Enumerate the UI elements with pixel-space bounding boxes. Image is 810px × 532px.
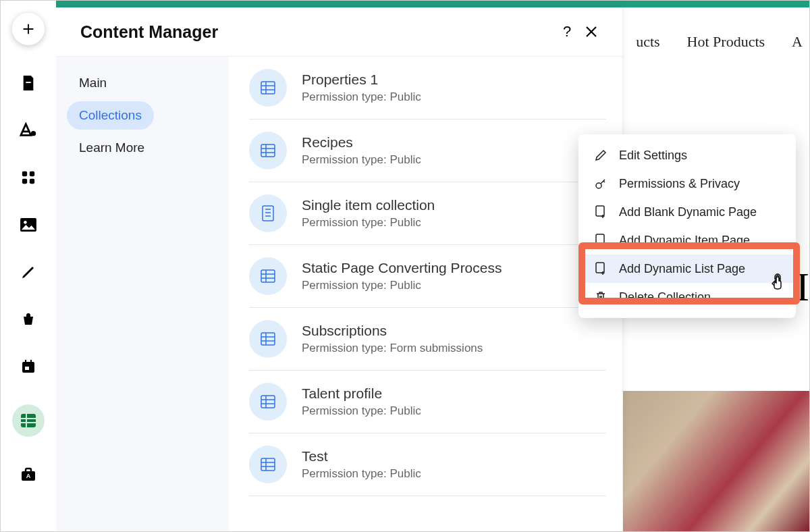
collection-row[interactable]: Recipes Permission type: Public ⋯	[249, 119, 606, 182]
media-icon[interactable]	[19, 215, 38, 234]
collection-row[interactable]: Test Permission type: Public	[249, 433, 606, 496]
collection-name: Properties 1	[302, 72, 421, 88]
ctx-label: Permissions & Privacy	[619, 177, 740, 191]
collection-row[interactable]: Properties 1 Permission type: Public	[249, 57, 606, 119]
ctx-add-blank-page[interactable]: Add Blank Dynamic Page	[578, 198, 796, 226]
svg-rect-48	[596, 234, 604, 244]
table-icon	[249, 69, 287, 107]
svg-rect-0	[26, 82, 30, 83]
ctx-label: Delete Collection	[619, 290, 711, 304]
ctx-permissions[interactable]: Permissions & Privacy	[578, 169, 796, 198]
table-icon	[249, 320, 287, 358]
collection-permission: Permission type: Public	[302, 467, 421, 481]
sidebar-item-main[interactable]: Main	[67, 69, 119, 97]
ctx-delete-collection[interactable]: Delete Collection	[578, 283, 796, 311]
page-add-icon	[593, 261, 608, 276]
key-icon	[593, 176, 608, 191]
ctx-add-list-page[interactable]: Add Dynamic List Page	[578, 255, 796, 283]
svg-rect-9	[25, 360, 26, 363]
collection-permission: Permission type: Public	[302, 153, 421, 167]
svg-rect-26	[263, 206, 273, 221]
collection-row[interactable]: Static Page Converting Process Permissio…	[249, 245, 606, 308]
panel-title: Content Manager	[80, 22, 555, 42]
collection-permission: Permission type: Public	[302, 216, 435, 230]
svg-rect-5	[30, 179, 34, 184]
collection-name: Single item collection	[302, 197, 435, 213]
svg-rect-18	[261, 82, 275, 94]
ctx-edit-settings[interactable]: Edit Settings	[578, 141, 796, 169]
blog-icon[interactable]	[19, 263, 38, 282]
svg-rect-30	[261, 270, 275, 282]
business-icon[interactable]: A	[19, 465, 38, 484]
svg-point-7	[24, 221, 27, 224]
nav-item[interactable]: A	[792, 33, 803, 51]
collection-name: Talent profile	[302, 385, 421, 402]
collection-name: Static Page Converting Process	[302, 260, 502, 276]
svg-rect-34	[261, 333, 275, 345]
svg-rect-49	[596, 263, 604, 273]
content-manager-icon[interactable]	[12, 404, 45, 437]
nav-item[interactable]: ucts	[636, 33, 659, 51]
svg-rect-42	[261, 458, 275, 471]
trash-icon	[593, 290, 608, 304]
close-button[interactable]	[579, 20, 603, 44]
product-image	[620, 391, 809, 532]
ctx-add-item-page[interactable]: Add Dynamic Item Page	[578, 226, 796, 255]
table-icon	[249, 257, 287, 295]
ctx-label: Edit Settings	[619, 149, 687, 163]
collection-permission: Permission type: Public	[302, 90, 421, 104]
svg-rect-4	[22, 179, 27, 184]
single-item-icon	[249, 194, 287, 232]
ctx-label: Add Dynamic List Page	[619, 262, 745, 276]
table-icon	[249, 132, 287, 169]
collection-name: Test	[302, 448, 421, 464]
ctx-label: Add Dynamic Item Page	[619, 234, 750, 248]
collection-row[interactable]: Talent profile Permission type: Public	[249, 371, 606, 433]
svg-point-1	[31, 131, 36, 136]
apps-icon[interactable]	[19, 168, 38, 187]
panel-header: Content Manager ?	[56, 7, 622, 56]
store-icon[interactable]	[19, 310, 38, 329]
collection-name: Recipes	[302, 134, 421, 151]
svg-rect-10	[30, 360, 32, 363]
svg-rect-2	[22, 171, 27, 176]
svg-rect-12	[21, 414, 36, 427]
table-icon	[249, 446, 287, 483]
svg-point-46	[596, 183, 601, 188]
svg-rect-22	[261, 144, 275, 157]
sidebar-item-collections[interactable]: Collections	[67, 101, 154, 130]
collection-row[interactable]: Subscriptions Permission type: Form subm…	[249, 308, 606, 371]
page-add-icon	[593, 233, 608, 248]
collection-name: Subscriptions	[302, 323, 483, 339]
panel-sidebar: Main Collections Learn More	[56, 57, 229, 531]
table-icon	[249, 383, 287, 421]
bookings-icon[interactable]	[19, 357, 38, 376]
svg-rect-47	[596, 206, 604, 216]
hero-letter: I	[796, 264, 809, 311]
theme-icon[interactable]	[19, 121, 38, 140]
context-menu: Edit Settings Permissions & Privacy Add …	[578, 134, 796, 318]
editor-rail: A	[1, 1, 56, 531]
collection-permission: Permission type: Public	[302, 404, 421, 418]
collection-row[interactable]: Single item collection Permission type: …	[249, 182, 606, 245]
page-add-icon	[593, 205, 608, 219]
pencil-icon	[593, 148, 608, 163]
svg-text:A: A	[26, 473, 31, 479]
nav-item[interactable]: Hot Products	[687, 33, 765, 51]
sidebar-item-learn-more[interactable]: Learn More	[67, 134, 157, 162]
svg-rect-3	[30, 171, 34, 176]
site-nav: ucts Hot Products A	[636, 33, 803, 51]
collection-permission: Permission type: Form submissions	[302, 342, 483, 355]
collections-list: Properties 1 Permission type: Public Rec…	[229, 57, 622, 531]
ctx-label: Add Blank Dynamic Page	[619, 205, 757, 219]
top-bar	[1, 1, 809, 7]
add-button[interactable]	[12, 13, 45, 45]
content-manager-panel: Content Manager ? Main Collections Learn…	[56, 7, 623, 531]
pages-icon[interactable]	[19, 74, 38, 92]
svg-rect-11	[25, 367, 29, 370]
svg-rect-38	[261, 396, 275, 408]
help-button[interactable]: ?	[555, 20, 579, 44]
collection-permission: Permission type: Public	[302, 279, 502, 292]
